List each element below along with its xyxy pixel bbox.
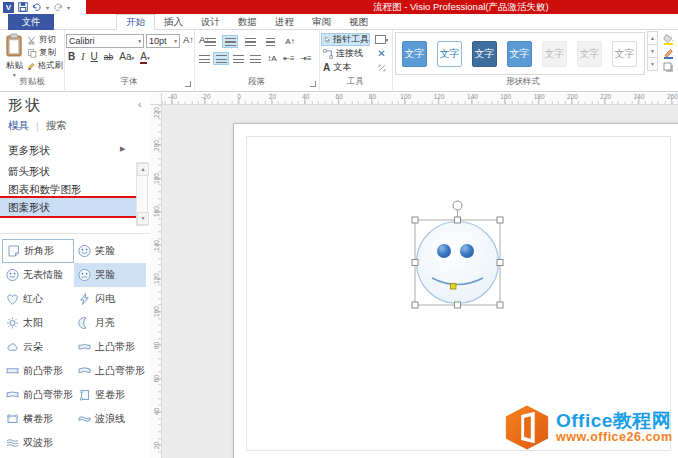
- grow-text-button[interactable]: A↑: [282, 35, 298, 48]
- tab-数据[interactable]: 数据: [229, 14, 266, 30]
- tab-插入[interactable]: 插入: [155, 14, 192, 30]
- master-shape-波浪线[interactable]: 波浪线: [74, 407, 146, 431]
- connection-point-tool-button[interactable]: ✕: [373, 47, 390, 60]
- master-shape-云朵[interactable]: 云朵: [2, 335, 74, 359]
- master-shape-哭脸[interactable]: 哭脸: [74, 263, 146, 287]
- bullets-button[interactable]: [262, 35, 278, 48]
- more-shapes-label: 更多形状: [8, 144, 50, 156]
- visio-app-icon[interactable]: V: [3, 2, 14, 13]
- smiley-face-circle[interactable]: [417, 222, 499, 304]
- selected-smiley-shape[interactable]: [405, 195, 515, 317]
- shape-label: 笑脸: [95, 244, 115, 258]
- font-color-button[interactable]: A▾: [140, 51, 149, 62]
- font-family-combo[interactable]: Calibri▾: [66, 34, 144, 48]
- line-button[interactable]: [662, 46, 675, 60]
- gallery-up-icon[interactable]: ▲: [647, 31, 658, 45]
- shape-label: 上凸弯带形: [95, 364, 145, 378]
- font-size-combo[interactable]: 10pt▾: [146, 34, 180, 48]
- master-shape-竖卷形[interactable]: 竖卷形: [74, 383, 146, 407]
- fill-button[interactable]: [662, 32, 675, 46]
- master-shape-太阳[interactable]: 太阳: [2, 311, 74, 335]
- moon-icon: [77, 316, 92, 330]
- master-shape-折角形[interactable]: 折角形: [2, 239, 74, 263]
- shape-style-chip-2[interactable]: 文字: [437, 41, 462, 67]
- text-direction-button[interactable]: ↕A: [264, 52, 280, 65]
- italic-button[interactable]: I: [81, 51, 84, 62]
- grow-font-button[interactable]: A↑: [183, 34, 194, 45]
- undo-caret-icon[interactable]: ▾: [46, 4, 49, 11]
- strikethrough-button[interactable]: ab: [104, 52, 113, 62]
- tab-设计[interactable]: 设计: [192, 14, 229, 30]
- master-shape-上凸带形[interactable]: 上凸带形: [74, 335, 146, 359]
- format-painter-button[interactable]: 格式刷: [28, 60, 63, 72]
- panel-collapse-icon[interactable]: ‹: [138, 98, 142, 110]
- shape-style-chip-5[interactable]: 文字: [542, 41, 567, 67]
- master-shape-月亮[interactable]: 月亮: [74, 311, 146, 335]
- tab-进程[interactable]: 进程: [266, 14, 303, 30]
- tab-审阅[interactable]: 审阅: [303, 14, 340, 30]
- mouth-control-handle[interactable]: [451, 284, 457, 290]
- scroll-down-icon[interactable]: ▼: [137, 212, 149, 225]
- hruler-number: 60: [327, 93, 351, 100]
- cut-button[interactable]: 剪切: [28, 34, 63, 46]
- font-buttons: B I U ab Aa▾ A▾: [68, 51, 150, 64]
- rectangle-tool-button[interactable]: ▾: [373, 33, 390, 46]
- justify-button[interactable]: [247, 52, 263, 65]
- master-shape-前凸弯带形[interactable]: 前凸弯带形: [2, 383, 74, 407]
- text-tool-button[interactable]: A 文本: [321, 61, 370, 74]
- ribbon-tabrow: 文件 开始插入设计数据进程审阅视图: [0, 14, 678, 30]
- decrease-indent-button[interactable]: ⇤≡: [281, 52, 297, 65]
- stencil-scrollbar[interactable]: ▲ ▼: [136, 162, 148, 226]
- tab-开始[interactable]: 开始: [116, 14, 155, 30]
- align-center-button[interactable]: [222, 35, 238, 48]
- shape-style-chip-7[interactable]: 文字: [612, 41, 637, 67]
- stencil-item-箭头形状[interactable]: 箭头形状: [0, 162, 136, 180]
- shape-label: 上凸带形: [95, 340, 135, 354]
- align-left-button[interactable]: [202, 35, 218, 48]
- master-shape-上凸弯带形[interactable]: 上凸弯带形: [74, 359, 146, 383]
- panel-tab-模具[interactable]: 模具: [8, 119, 29, 133]
- panel-tab-搜索[interactable]: 搜索: [46, 119, 67, 133]
- shape-style-chip-6[interactable]: 文字: [577, 41, 602, 67]
- underline-button[interactable]: U: [91, 51, 98, 62]
- paste-button[interactable]: 粘贴 ▾: [3, 33, 26, 78]
- combo-caret-icon[interactable]: ▾: [174, 35, 177, 47]
- bold-button[interactable]: B: [68, 51, 75, 62]
- master-shape-横卷形[interactable]: 横卷形: [2, 407, 74, 431]
- drawing-canvas[interactable]: Office教程网 www.office26.com: [162, 105, 678, 458]
- align-middle-button[interactable]: [213, 52, 229, 65]
- redo-icon[interactable]: [53, 1, 63, 13]
- master-shape-双波形[interactable]: 双波形: [2, 431, 74, 455]
- rotation-handle[interactable]: [453, 201, 462, 210]
- master-shape-无表情脸[interactable]: 无表情脸: [2, 263, 74, 287]
- combo-caret-icon[interactable]: ▾: [138, 35, 141, 47]
- align-top-button[interactable]: [196, 52, 212, 65]
- tab-视图[interactable]: 视图: [340, 14, 377, 30]
- undo-icon[interactable]: [32, 1, 42, 13]
- connector-tool-button[interactable]: 连接线: [321, 47, 370, 60]
- shape-style-chip-3[interactable]: 文字: [472, 41, 497, 67]
- change-case-button[interactable]: Aa▾: [119, 51, 134, 62]
- scroll-up-icon[interactable]: ▲: [137, 163, 149, 176]
- stencil-item-图表和数学图形[interactable]: 图表和数学图形: [0, 180, 136, 198]
- shape-connect-tool-button[interactable]: [373, 61, 390, 74]
- master-shape-笑脸[interactable]: 笑脸: [74, 239, 146, 263]
- master-shape-闪电[interactable]: 闪电: [74, 287, 146, 311]
- align-right-button[interactable]: [242, 35, 258, 48]
- shape-style-chip-1[interactable]: 文字: [402, 41, 427, 67]
- gallery-more-icon[interactable]: ▼: [647, 57, 658, 71]
- increase-indent-button[interactable]: ⇥≡: [298, 52, 314, 65]
- align-bottom-button[interactable]: [230, 52, 246, 65]
- tab-file[interactable]: 文件: [8, 14, 54, 30]
- more-shapes-item[interactable]: 更多形状 ▶: [8, 144, 142, 158]
- gallery-down-icon[interactable]: ▼: [647, 44, 658, 58]
- copy-button[interactable]: 复制: [28, 47, 63, 59]
- save-icon[interactable]: [18, 1, 28, 13]
- master-shape-红心[interactable]: 红心: [2, 287, 74, 311]
- master-shape-前凸带形[interactable]: 前凸带形: [2, 359, 74, 383]
- effects-button[interactable]: [662, 60, 675, 74]
- qat-more-icon[interactable]: ▾: [67, 4, 70, 11]
- pointer-tool-button[interactable]: 指针工具: [321, 33, 370, 46]
- stencil-item-图案形状[interactable]: 图案形状: [0, 198, 136, 216]
- shape-style-chip-4[interactable]: 文字: [507, 41, 532, 67]
